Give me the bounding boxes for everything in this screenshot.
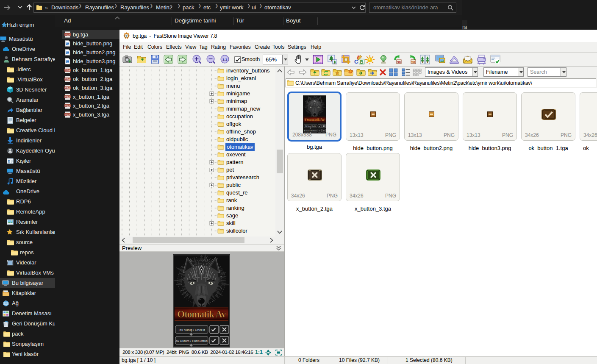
svg-text:TGA: TGA <box>65 87 70 89</box>
svg-text:TGA: TGA <box>65 96 70 98</box>
svg-text:90: 90 <box>397 60 401 64</box>
svg-text:TGA: TGA <box>65 114 70 116</box>
svg-text:90: 90 <box>411 60 415 64</box>
svg-text:B: B <box>360 59 364 64</box>
svg-text:TGA: TGA <box>65 69 70 72</box>
svg-text:1:1: 1:1 <box>222 58 227 61</box>
svg-text:C: C <box>354 58 358 64</box>
svg-text:TGA: TGA <box>65 105 70 107</box>
svg-text:TGA: TGA <box>65 33 70 36</box>
svg-text:TGA: TGA <box>65 78 70 81</box>
